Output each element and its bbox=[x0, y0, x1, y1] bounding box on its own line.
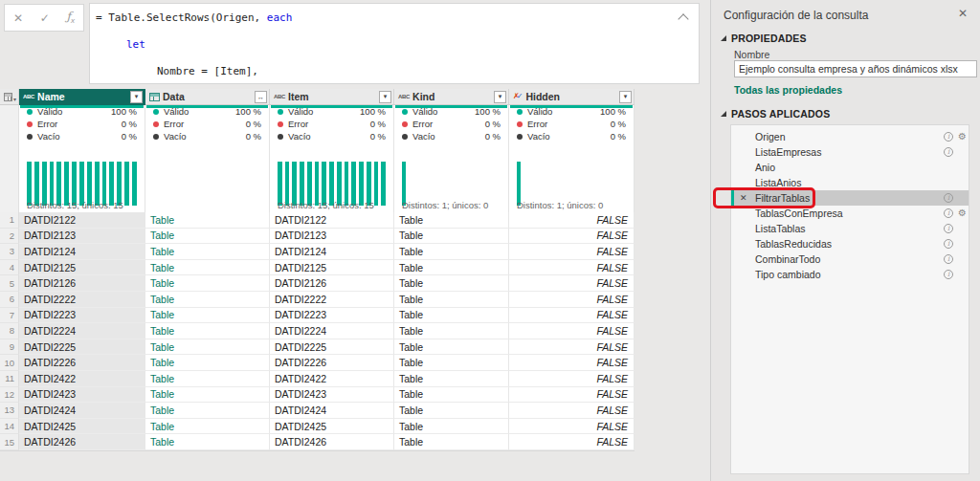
cell-item[interactable]: DATDI2425 bbox=[270, 419, 394, 435]
cell-hidden[interactable]: FALSE bbox=[509, 292, 635, 308]
step-info-icon[interactable]: i bbox=[944, 270, 953, 279]
cell-name[interactable]: DATDI2123 bbox=[19, 229, 145, 245]
row-number[interactable]: 13 bbox=[0, 403, 19, 419]
cell-data[interactable]: Table bbox=[145, 275, 270, 292]
row-number[interactable]: 8 bbox=[0, 323, 19, 339]
step-listaanios[interactable]: ListaAnios bbox=[731, 175, 969, 190]
cell-data[interactable]: Table bbox=[145, 308, 270, 324]
cell-name[interactable]: DATDI2424 bbox=[19, 403, 145, 419]
cell-kind[interactable]: Table bbox=[394, 434, 509, 450]
step-info-icon[interactable]: i bbox=[944, 239, 953, 249]
row-number[interactable]: 12 bbox=[0, 387, 19, 404]
cell-name[interactable]: DATDI2426 bbox=[19, 434, 145, 450]
cell-item[interactable]: DATDI2422 bbox=[270, 371, 394, 387]
step-combinartodo[interactable]: CombinarTodoi bbox=[731, 251, 969, 267]
cell-name[interactable]: DATDI2124 bbox=[19, 244, 145, 260]
row-number[interactable]: 11 bbox=[0, 371, 19, 387]
expand-column-icon[interactable]: ↔ bbox=[255, 91, 267, 103]
row-number[interactable]: 10 bbox=[0, 355, 19, 371]
close-icon[interactable]: ✕ bbox=[958, 7, 968, 20]
cell-hidden[interactable]: FALSE bbox=[509, 308, 635, 324]
cell-kind[interactable]: Table bbox=[394, 244, 509, 260]
cell-name[interactable]: DATDI2125 bbox=[19, 260, 145, 276]
filter-dropdown-icon[interactable]: ▾ bbox=[130, 91, 143, 103]
select-all-corner[interactable]: ▾ bbox=[0, 89, 19, 105]
row-number[interactable]: 1 bbox=[0, 212, 19, 229]
step-info-icon[interactable]: i bbox=[944, 147, 953, 157]
confirm-icon[interactable]: ✓ bbox=[40, 12, 50, 24]
cell-kind[interactable]: Table bbox=[394, 371, 509, 387]
cell-hidden[interactable]: FALSE bbox=[509, 434, 635, 450]
cell-data[interactable]: Table bbox=[145, 355, 270, 371]
step-info-icon[interactable]: i bbox=[944, 254, 953, 264]
all-properties-link[interactable]: Todas las propiedades bbox=[734, 84, 842, 96]
cell-hidden[interactable]: FALSE bbox=[509, 323, 635, 339]
cell-hidden[interactable]: FALSE bbox=[509, 275, 635, 292]
column-header-kind[interactable]: ABCKind▾ bbox=[394, 89, 509, 105]
row-number[interactable]: 7 bbox=[0, 308, 19, 324]
cell-name[interactable]: DATDI2126 bbox=[19, 275, 145, 292]
step-settings-gear-icon[interactable]: ⚙ bbox=[958, 131, 967, 142]
cell-name[interactable]: DATDI2423 bbox=[19, 387, 145, 404]
cell-item[interactable]: DATDI2123 bbox=[270, 229, 394, 245]
cell-hidden[interactable]: FALSE bbox=[509, 371, 635, 387]
cell-kind[interactable]: Table bbox=[394, 212, 509, 229]
filter-dropdown-icon[interactable]: ▾ bbox=[494, 91, 506, 103]
row-number[interactable]: 15 bbox=[0, 434, 19, 450]
cell-data[interactable]: Table bbox=[145, 260, 270, 276]
cell-kind[interactable]: Table bbox=[394, 292, 509, 308]
cell-name[interactable]: DATDI2224 bbox=[19, 323, 145, 339]
cell-kind[interactable]: Table bbox=[394, 308, 509, 324]
cell-hidden[interactable]: FALSE bbox=[509, 260, 635, 276]
cell-name[interactable]: DATDI2425 bbox=[19, 419, 145, 435]
step-info-icon[interactable]: i bbox=[944, 224, 953, 233]
cell-kind[interactable]: Table bbox=[394, 403, 509, 419]
properties-section-header[interactable]: PROPIEDADES bbox=[721, 33, 807, 44]
cell-kind[interactable]: Table bbox=[394, 275, 509, 292]
cell-kind[interactable]: Table bbox=[394, 229, 509, 245]
cell-hidden[interactable]: FALSE bbox=[509, 355, 635, 371]
cell-item[interactable]: DATDI2223 bbox=[270, 308, 394, 324]
row-number[interactable]: 3 bbox=[0, 244, 19, 260]
cell-item[interactable]: DATDI2222 bbox=[270, 292, 394, 308]
step-info-icon[interactable]: i bbox=[944, 208, 953, 218]
cell-data[interactable]: Table bbox=[145, 339, 270, 356]
cell-data[interactable]: Table bbox=[145, 387, 270, 404]
formula-input[interactable]: = Table.SelectRows(Origen, eachletNombre… bbox=[89, 3, 700, 84]
cell-item[interactable]: DATDI2124 bbox=[270, 244, 394, 260]
step-listaempresas[interactable]: ListaEmpresasi bbox=[731, 144, 969, 160]
fx-icon[interactable]: ƒx bbox=[67, 11, 75, 25]
step-info-icon[interactable]: i bbox=[944, 132, 953, 142]
cancel-icon[interactable]: ✕ bbox=[13, 12, 23, 24]
cell-hidden[interactable]: FALSE bbox=[509, 229, 635, 245]
row-number[interactable]: 4 bbox=[0, 260, 19, 276]
row-number[interactable]: 5 bbox=[0, 275, 19, 292]
query-name-input[interactable] bbox=[734, 60, 977, 77]
cell-hidden[interactable]: FALSE bbox=[509, 244, 635, 260]
cell-name[interactable]: DATDI2422 bbox=[19, 371, 145, 387]
cell-data[interactable]: Table bbox=[145, 292, 270, 308]
row-number[interactable]: 9 bbox=[0, 339, 19, 356]
cell-data[interactable]: Table bbox=[145, 419, 270, 435]
cell-item[interactable]: DATDI2225 bbox=[270, 339, 394, 356]
cell-kind[interactable]: Table bbox=[394, 323, 509, 339]
column-header-name[interactable]: ABCName▾ bbox=[19, 89, 145, 105]
row-number[interactable]: 6 bbox=[0, 292, 19, 308]
cell-name[interactable]: DATDI2222 bbox=[19, 292, 145, 308]
cell-data[interactable]: Table bbox=[145, 403, 270, 419]
cell-kind[interactable]: Table bbox=[394, 387, 509, 404]
filter-dropdown-icon[interactable]: ▾ bbox=[619, 91, 632, 103]
row-number[interactable]: 2 bbox=[0, 229, 19, 245]
step-origen[interactable]: Origeni⚙ bbox=[731, 129, 969, 144]
cell-data[interactable]: Table bbox=[145, 371, 270, 387]
cell-item[interactable]: DATDI2423 bbox=[270, 387, 394, 404]
filter-dropdown-icon[interactable]: ▾ bbox=[379, 91, 391, 103]
cell-name[interactable]: DATDI2225 bbox=[19, 339, 145, 356]
row-number[interactable]: 14 bbox=[0, 419, 19, 435]
cell-name[interactable]: DATDI2223 bbox=[19, 308, 145, 324]
cell-data[interactable]: Table bbox=[145, 244, 270, 260]
column-header-hidden[interactable]: ✗✓Hidden▾ bbox=[509, 89, 635, 105]
cell-item[interactable]: DATDI2426 bbox=[270, 434, 394, 450]
cell-item[interactable]: DATDI2122 bbox=[270, 212, 394, 229]
cell-item[interactable]: DATDI2424 bbox=[270, 403, 394, 419]
